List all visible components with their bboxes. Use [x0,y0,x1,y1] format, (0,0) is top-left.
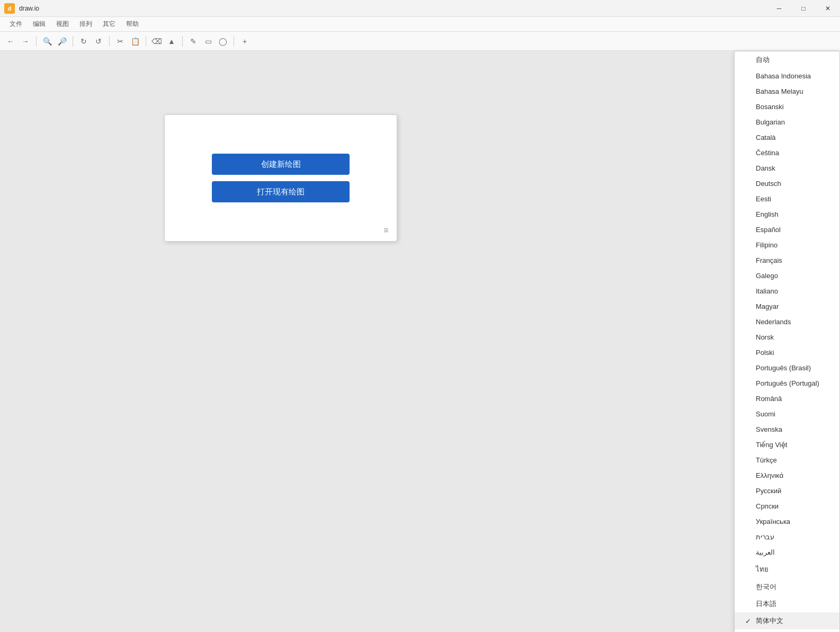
language-item-italiano[interactable]: Italiano [735,283,839,299]
language-item-deutsch[interactable]: Deutsch [735,176,839,191]
language-item-bahasa-melayu[interactable]: Bahasa Melayu [735,84,839,99]
toolbar-rect[interactable]: ▭ [202,35,215,48]
toolbar-back[interactable]: ← [4,35,17,48]
language-item-svenska[interactable]: Svenska [735,422,839,437]
menu-help[interactable]: 帮助 [121,17,144,31]
menu-view[interactable]: 视图 [51,17,74,31]
language-item-eesti[interactable]: Eesti [735,191,839,207]
toolbar-sep-1 [36,36,37,47]
toolbar-sep-6 [234,36,234,47]
language-item-русский[interactable]: Русский [735,483,839,499]
toolbar-forward[interactable]: → [19,35,32,48]
language-item-español[interactable]: Español [735,222,839,237]
create-new-diagram-button[interactable]: 创建新绘图 [212,154,350,175]
toolbar-ellipse[interactable]: ◯ [217,35,229,48]
language-item-繁體中文[interactable]: 繁體中文 [735,629,839,632]
language-item-türkçe[interactable]: Türkçe [735,452,839,468]
language-item-polski[interactable]: Polski [735,345,839,360]
language-item-ελληνικά[interactable]: Ελληνικά [735,468,839,483]
language-item-nederlands[interactable]: Nederlands [735,314,839,330]
language-item-galego[interactable]: Galego [735,268,839,283]
window-controls: ─ □ ✕ [767,0,840,17]
maximize-button[interactable]: □ [791,0,816,17]
language-item-自动[interactable]: 自动 [735,51,839,68]
language-item-română[interactable]: Română [735,391,839,406]
language-item-bosanski[interactable]: Bosanski [735,99,839,114]
menu-edit[interactable]: 编辑 [28,17,51,31]
menubar: 文件 编辑 视图 排列 其它 帮助 [0,17,840,32]
welcome-dialog: 创建新绘图 打开现有绘图 ≡ [164,114,397,242]
language-item-suomi[interactable]: Suomi [735,406,839,422]
titlebar: d draw.io ─ □ ✕ [0,0,840,17]
toolbar-redo[interactable]: ↺ [92,35,105,48]
language-item-עברית[interactable]: עברית [735,529,839,545]
toolbar-add[interactable]: + [238,35,251,48]
app-icon: d [4,3,15,14]
language-item-français[interactable]: Français [735,253,839,268]
toolbar-sep-5 [182,36,183,47]
toolbar-delete[interactable]: ⌫ [150,35,163,48]
main-canvas: ⚙ 创建新绘图 打开现有绘图 ≡ ▶ 自动Bahasa IndonesiaBah… [0,51,840,632]
toolbar-zoom-in[interactable]: 🔍 [41,35,53,48]
language-item-简体中文[interactable]: ✓简体中文 [735,612,839,629]
toolbar: ← → 🔍 🔎 ↻ ↺ ✂ 📋 ⌫ ▲ ✎ ▭ ◯ + [0,32,840,51]
menu-arrange[interactable]: 排列 [74,17,97,31]
toolbar-pen[interactable]: ✎ [187,35,200,48]
toolbar-tofront[interactable]: ▲ [165,35,178,48]
language-item-english[interactable]: English [735,207,839,222]
language-item-português-(portugal)[interactable]: Português (Portugal) [735,376,839,391]
language-dropdown: 自动Bahasa IndonesiaBahasa MelayuBosanskiB… [734,51,840,632]
language-item-ไทย[interactable]: ไทย [735,560,839,578]
app-title: draw.io [19,5,39,12]
language-item-português-(brasil)[interactable]: Português (Brasil) [735,360,839,376]
language-item-filipino[interactable]: Filipino [735,237,839,253]
language-item-norsk[interactable]: Norsk [735,330,839,345]
language-item-čeština[interactable]: Čeština [735,145,839,161]
menu-file[interactable]: 文件 [4,17,28,31]
open-existing-diagram-button[interactable]: 打开现有绘图 [212,181,350,202]
toolbar-sep-3 [109,36,110,47]
language-item-magyar[interactable]: Magyar [735,299,839,314]
toolbar-sep-4 [146,36,146,47]
toolbar-copy[interactable]: 📋 [129,35,141,48]
language-item-català[interactable]: Català [735,130,839,145]
language-item-한국어[interactable]: 한국어 [735,578,839,595]
language-item-bahasa-indonesia[interactable]: Bahasa Indonesia [735,68,839,84]
language-item-српски[interactable]: Српски [735,499,839,514]
language-item-dansk[interactable]: Dansk [735,161,839,176]
toolbar-undo[interactable]: ↻ [77,35,90,48]
toolbar-zoom-out[interactable]: 🔎 [56,35,68,48]
toolbar-cut[interactable]: ✂ [114,35,127,48]
toolbar-sep-2 [73,36,73,47]
language-item-українська[interactable]: Українська [735,514,839,529]
language-item-bulgarian[interactable]: Bulgarian [735,114,839,130]
language-item-日本語[interactable]: 日本語 [735,595,839,612]
menu-extra[interactable]: 其它 [97,17,121,31]
language-item-tiếng-việt[interactable]: Tiếng Việt [735,437,839,452]
close-button[interactable]: ✕ [816,0,840,17]
language-icon[interactable]: ≡ [381,225,391,236]
language-item-العربية[interactable]: العربية [735,545,839,560]
minimize-button[interactable]: ─ [767,0,791,17]
